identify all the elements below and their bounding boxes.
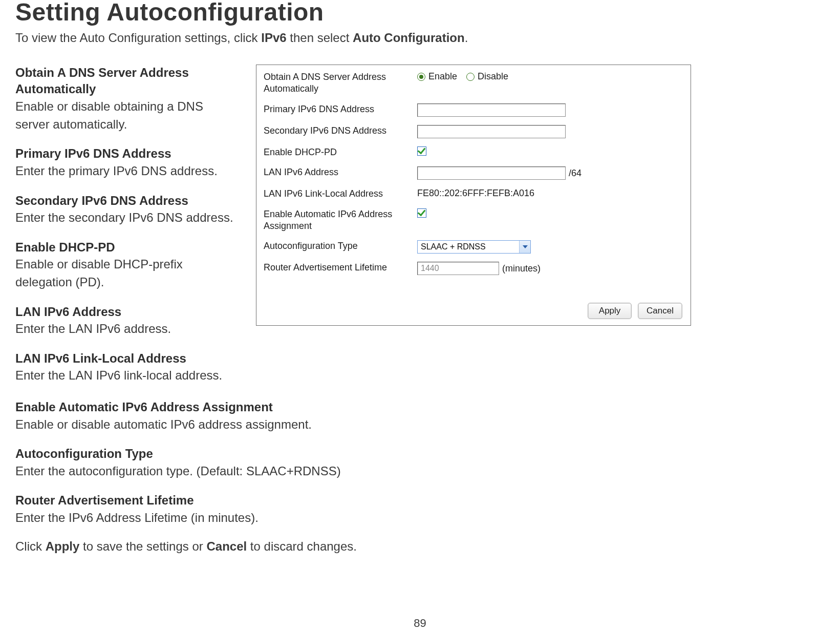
intro-ipv6: IPv6 [261, 31, 286, 45]
term: Primary IPv6 DNS Address [15, 145, 241, 162]
radio-enable-label: Enable [428, 71, 457, 82]
radio-disable[interactable]: Disable [466, 71, 508, 82]
definition-link-local: LAN IPv6 Link-Local Address Enter the LA… [15, 350, 241, 385]
radio-disable-label: Disable [478, 71, 508, 82]
label-primary-dns: Primary IPv6 DNS Address [264, 103, 417, 115]
footer-apply: Apply [46, 539, 80, 553]
term: Secondary IPv6 DNS Address [15, 193, 241, 209]
label-autoconfig-type: Autoconfiguration Type [264, 240, 417, 252]
desc: Enable or disable DHCP-prefix delegation… [15, 256, 241, 291]
definition-secondary-dns: Secondary IPv6 DNS Address Enter the sec… [15, 193, 241, 227]
label-link-local: LAN IPv6 Link-Local Address [264, 188, 417, 200]
link-local-value: FE80::202:6FFF:FEFB:A016 [417, 188, 534, 199]
desc: Enter the secondary IPv6 DNS address. [15, 209, 241, 227]
definition-primary-dns: Primary IPv6 DNS Address Enter the prima… [15, 145, 241, 180]
chevron-down-icon [519, 241, 530, 253]
definition-auto-assign: Enable Automatic IPv6 Address Assignment… [15, 399, 825, 433]
radio-dot-icon [417, 73, 425, 81]
definition-ra-lifetime: Router Advertisement Lifetime Enter the … [15, 492, 825, 527]
term: LAN IPv6 Link-Local Address [15, 350, 241, 367]
definition-lan-ipv6: LAN IPv6 Address Enter the LAN IPv6 addr… [15, 304, 241, 338]
page-title: Setting Autoconfiguration [15, 0, 825, 25]
intro-mid: then select [287, 31, 353, 45]
term: Router Advertisement Lifetime [15, 492, 825, 509]
label-obtain-dns: Obtain A DNS Server Address Automaticall… [264, 71, 417, 95]
footer-instruction: Click Apply to save the settings or Canc… [15, 539, 825, 554]
intro-text: To view the Auto Configuration settings,… [15, 29, 825, 47]
definition-dhcp-pd: Enable DHCP-PD Enable or disable DHCP-pr… [15, 239, 241, 291]
term: LAN IPv6 Address [15, 304, 241, 320]
page-number: 89 [0, 617, 840, 630]
footer-cancel: Cancel [206, 539, 247, 553]
auto-assign-checkbox[interactable] [417, 208, 426, 218]
desc: Enter the LAN IPv6 address. [15, 320, 241, 338]
desc: Enter the IPv6 Address Lifetime (in minu… [15, 509, 825, 527]
label-ra-lifetime: Router Advertisement Lifetime [264, 262, 417, 274]
definition-obtain-dns: Obtain A DNS Server Address Automaticall… [15, 65, 241, 133]
desc: Enter the LAN IPv6 link-local address. [15, 367, 241, 385]
footer-prefix: Click [15, 539, 46, 553]
settings-panel: Obtain A DNS Server Address Automaticall… [256, 65, 691, 326]
label-lan-ipv6: LAN IPv6 Address [264, 166, 417, 178]
autoconfig-type-value: SLAAC + RDNSS [418, 242, 519, 251]
footer-mid: to save the settings or [79, 539, 206, 553]
intro-suffix: . [465, 31, 468, 45]
term: Autoconfiguration Type [15, 446, 825, 462]
term: Enable DHCP-PD [15, 239, 241, 256]
autoconfig-type-select[interactable]: SLAAC + RDNSS [417, 240, 531, 254]
secondary-dns-input[interactable] [417, 125, 566, 138]
ra-lifetime-unit: (minutes) [502, 263, 541, 274]
label-auto-assign: Enable Automatic IPv6 Address Assignment [264, 208, 417, 233]
radio-enable[interactable]: Enable [417, 71, 457, 82]
desc: Enter the primary IPv6 DNS address. [15, 162, 241, 180]
desc: Enter the autoconfiguration type. (Defau… [15, 462, 825, 480]
term: Obtain A DNS Server Address Automaticall… [15, 65, 241, 98]
footer-suffix: to discard changes. [247, 539, 357, 553]
lan-ipv6-input[interactable] [417, 166, 566, 180]
desc: Enable or disable obtaining a DNS server… [15, 98, 241, 134]
cancel-button[interactable]: Cancel [638, 303, 682, 319]
intro-prefix: To view the Auto Configuration settings,… [15, 31, 261, 45]
desc: Enable or disable automatic IPv6 address… [15, 416, 825, 434]
ra-lifetime-input[interactable] [417, 262, 499, 275]
label-dhcp-pd: Enable DHCP-PD [264, 146, 417, 158]
label-secondary-dns: Secondary IPv6 DNS Address [264, 125, 417, 137]
primary-dns-input[interactable] [417, 103, 566, 117]
term: Enable Automatic IPv6 Address Assignment [15, 399, 825, 415]
intro-autoconfig: Auto Configuration [353, 31, 465, 45]
lan-ipv6-suffix: /64 [569, 168, 581, 179]
dhcp-pd-checkbox[interactable] [417, 146, 426, 156]
definition-autoconfig-type: Autoconfiguration Type Enter the autocon… [15, 446, 825, 480]
radio-dot-icon [466, 73, 475, 81]
apply-button[interactable]: Apply [588, 303, 632, 319]
